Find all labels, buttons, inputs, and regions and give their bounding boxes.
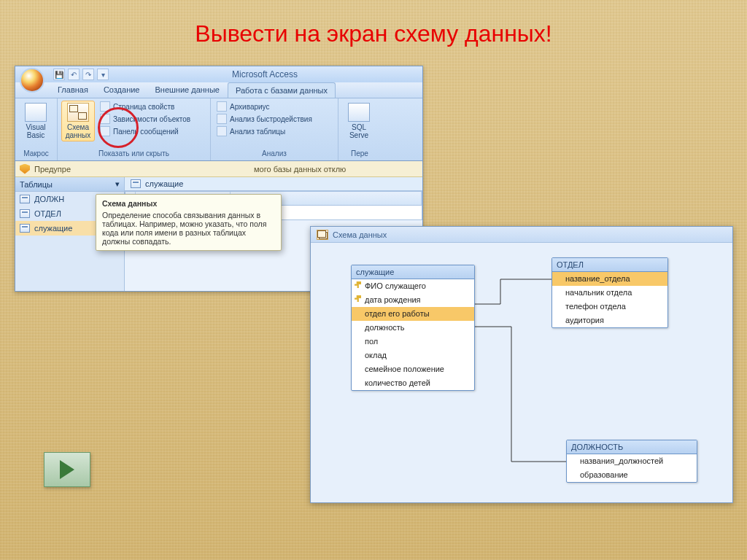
- visual-basic-icon: [25, 103, 47, 122]
- field-position-name[interactable]: названия_должностей: [567, 454, 697, 468]
- tooltip-body: Определение способа связывания данных в …: [102, 211, 275, 246]
- document-tab[interactable]: служащие: [125, 177, 422, 191]
- tooltip-title: Схема данных: [102, 199, 275, 208]
- quick-access-toolbar: 💾 ↶ ↷ ▾: [53, 69, 109, 80]
- field-education[interactable]: образование: [567, 468, 697, 482]
- tab-home[interactable]: Главная: [50, 82, 96, 98]
- table-icon: [20, 195, 30, 203]
- archivist-button[interactable]: Архивариус: [214, 101, 334, 112]
- nav-item-label: служащие: [34, 224, 72, 233]
- app-title: Microsoft Access: [112, 69, 418, 79]
- table-employees[interactable]: служащие ФИО служащего дата рождения отд…: [351, 265, 475, 391]
- table-analysis-icon: [217, 126, 227, 136]
- title-bar: 💾 ↶ ↷ ▾ Microsoft Access: [15, 66, 422, 82]
- message-bar-icon: [100, 126, 110, 136]
- archivist-label: Архивариус: [230, 103, 270, 111]
- field-position[interactable]: должность: [352, 321, 474, 335]
- group-show-hide: Схема данных Страница свойств Зависимост…: [58, 98, 211, 160]
- office-button[interactable]: [20, 68, 44, 93]
- tab-database-tools[interactable]: Работа с базами данных: [228, 82, 336, 98]
- field-dept-phone[interactable]: телефон отдела: [552, 300, 667, 314]
- save-icon[interactable]: 💾: [53, 69, 65, 80]
- field-dept-name[interactable]: название_отдела: [552, 272, 667, 286]
- table-analysis-label: Анализ таблицы: [230, 128, 285, 136]
- property-label: Страница свойств: [113, 103, 174, 111]
- visual-basic-label: Visual Basic: [26, 123, 45, 139]
- security-warning-bar: Предупре мого базы данных отклю: [15, 161, 422, 177]
- sql-server-icon: [348, 103, 370, 122]
- table-analysis-button[interactable]: Анализ таблицы: [214, 125, 334, 137]
- schema-icon: [317, 230, 328, 240]
- nav-item-label: ДОЛЖН: [34, 195, 64, 203]
- warning-text-right: мого базы данных отклю: [254, 165, 346, 174]
- property-icon: [100, 101, 110, 112]
- group-analysis-label: Анализ: [214, 148, 334, 159]
- field-gender[interactable]: пол: [352, 335, 474, 349]
- warning-text-left: Предупре: [34, 165, 71, 174]
- property-sheet-button[interactable]: Страница свойств: [98, 101, 193, 112]
- dependencies-icon: [100, 114, 110, 124]
- field-dept[interactable]: отдел его работы: [352, 307, 474, 321]
- field-dob[interactable]: дата рождения: [352, 293, 474, 307]
- table-dept[interactable]: ОТДЕЛ название_отдела начальник отдела т…: [551, 257, 668, 328]
- visual-basic-button[interactable]: Visual Basic: [19, 101, 53, 141]
- field-dept-room[interactable]: аудитория: [552, 314, 667, 327]
- ribbon: Visual Basic Макрос Схема данных Страниц…: [15, 98, 422, 161]
- dependencies-label: Зависимости объектов: [113, 115, 190, 123]
- message-bar-button[interactable]: Панель сообщений: [98, 125, 193, 137]
- table-title: ОТДЕЛ: [552, 258, 667, 272]
- table-title: ДОЛЖНОСТЬ: [567, 440, 697, 454]
- undo-icon[interactable]: ↶: [68, 69, 80, 80]
- perf-label: Анализ быстродействия: [230, 115, 312, 123]
- tab-external[interactable]: Внешние данные: [148, 82, 228, 98]
- message-bar-label: Панель сообщений: [113, 128, 179, 136]
- field-salary[interactable]: оклад: [352, 349, 474, 362]
- group-macro-label: Макрос: [19, 148, 53, 159]
- sql-server-button[interactable]: SQL Serve: [342, 101, 376, 141]
- tooltip-schema: Схема данных Определение способа связыва…: [96, 194, 282, 251]
- schema-canvas[interactable]: служащие ФИО служащего дата рождения отд…: [311, 243, 732, 502]
- group-macro: Visual Basic Макрос: [15, 98, 58, 160]
- field-dept-head[interactable]: начальник отдела: [552, 286, 667, 300]
- group-show-label: Показать или скрыть: [61, 148, 206, 159]
- table-icon: [131, 179, 141, 188]
- nav-header[interactable]: Таблицы▾: [15, 177, 124, 192]
- schema-button[interactable]: Схема данных: [61, 101, 95, 141]
- schema-icon: [67, 103, 89, 122]
- group-move-label: Пере: [342, 148, 377, 159]
- field-marital[interactable]: семейное положение: [352, 362, 474, 376]
- table-icon: [20, 209, 30, 218]
- field-fio[interactable]: ФИО служащего: [352, 279, 474, 293]
- perf-icon: [217, 114, 227, 124]
- next-slide-button[interactable]: [44, 452, 90, 487]
- field-children[interactable]: количество детей: [352, 376, 474, 390]
- schema-window-title: Схема данных: [333, 230, 387, 239]
- table-title: служащие: [352, 265, 474, 279]
- tab-create[interactable]: Создание: [96, 82, 148, 98]
- table-position[interactable]: ДОЛЖНОСТЬ названия_должностей образовани…: [566, 440, 697, 483]
- schema-label: Схема данных: [66, 123, 91, 139]
- perf-analysis-button[interactable]: Анализ быстродействия: [214, 113, 334, 125]
- nav-header-label: Таблицы: [20, 180, 53, 189]
- dependencies-button[interactable]: Зависимости объектов: [98, 113, 193, 125]
- group-analysis: Архивариус Анализ быстродействия Анализ …: [211, 98, 338, 160]
- doc-tab-label: служащие: [145, 179, 183, 188]
- archivist-icon: [217, 101, 227, 112]
- redo-icon[interactable]: ↷: [82, 69, 94, 80]
- ribbon-tabs: Главная Создание Внешние данные Работа с…: [15, 82, 422, 98]
- shield-icon: [20, 164, 30, 174]
- chevron-down-icon: ▾: [115, 179, 120, 189]
- sql-label: SQL Serve: [349, 123, 368, 139]
- table-icon: [20, 224, 30, 233]
- slide-title: Вывести на экран схему данных!: [0, 0, 747, 47]
- schema-window-screenshot: Схема данных служащие ФИО служащего дата…: [310, 226, 733, 503]
- group-move: SQL Serve Пере: [338, 98, 381, 160]
- qat-dropdown-icon[interactable]: ▾: [97, 69, 109, 80]
- schema-window-titlebar: Схема данных: [311, 227, 732, 243]
- nav-item-label: ОТДЕЛ: [34, 209, 61, 218]
